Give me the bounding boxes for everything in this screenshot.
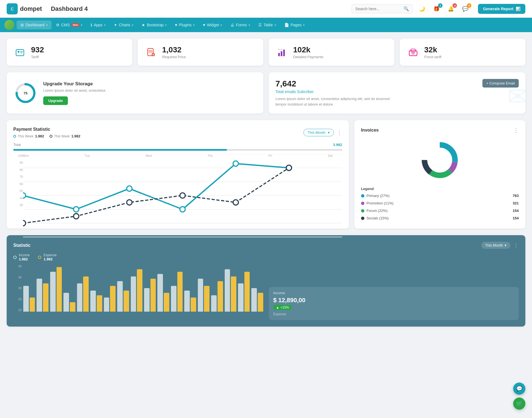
bell-icon-btn[interactable]: 🔔 12 (446, 4, 456, 14)
new-badge: New (71, 23, 80, 27)
svg-rect-11 (281, 51, 282, 56)
svg-point-34 (23, 220, 26, 226)
bar-group (144, 279, 156, 312)
invoices-legend: Legend Primary (27%) 763 Promotion (11%)… (361, 187, 519, 222)
upgrade-button[interactable]: Upgrade (43, 96, 68, 105)
bar-yellow (30, 298, 35, 312)
statistic-month-button[interactable]: This Month ▾ (481, 242, 510, 249)
bar-white (157, 274, 163, 312)
bar-yellow (258, 293, 263, 312)
income-badge: ▲ +15% (273, 305, 292, 310)
svg-point-28 (23, 193, 26, 198)
nav-item-widget[interactable]: ♥ Widget ▾ (199, 20, 226, 29)
generate-report-button[interactable]: Generate Report 📊 (478, 4, 525, 14)
legend1-label: This Week (18, 134, 33, 138)
line-chart-svg (23, 154, 342, 250)
svg-point-29 (73, 207, 79, 212)
invoices-more-icon[interactable]: ⋮ (513, 127, 519, 134)
month-select[interactable]: This Month ▾ (303, 129, 334, 136)
logo-text: dompet (20, 5, 42, 12)
nav-label-apps: Apps (94, 23, 103, 27)
force-tariff-value: 32k (424, 45, 441, 54)
nav-items: ⊞ Dashboard ▾ ⚙ CMS New ▾ ℹ Apps ▾ ✦ Cha… (17, 20, 308, 29)
bar-yellow (218, 281, 223, 312)
nav-label-table: Table (264, 23, 273, 27)
tariff-label: Tariff (31, 55, 44, 59)
expense-label-in-panel: Expense (273, 312, 514, 316)
pages-doc-icon: 📄 (284, 23, 289, 27)
bar-group (225, 269, 236, 312)
force-tariff-label: Force tariff (424, 55, 441, 59)
detailed-payments-value: 102k (293, 45, 323, 54)
income-badge-text: +15% (280, 306, 289, 309)
bars-container (23, 265, 263, 312)
moon-icon-btn[interactable]: 🌙 (417, 4, 427, 14)
required-price-value: 1,032 (162, 45, 186, 54)
bar-group (104, 286, 116, 312)
storage-progress: 75 (14, 82, 37, 104)
email-envelope-icon: ✉ (507, 82, 525, 111)
bar-group (77, 276, 89, 312)
nav-item-dashboard[interactable]: ⊞ Dashboard ▾ (17, 20, 52, 29)
stat-card-required-price: 1,032 Required Price (138, 39, 263, 66)
nav-label-bootstrap: Bootstrap (147, 23, 163, 27)
bootstrap-star-icon: ★ (142, 23, 145, 27)
nav-item-table[interactable]: ☰ Table ▾ (254, 20, 280, 29)
invoices-card: Invoices ⋮ Legend (354, 120, 525, 229)
y-axis-labels: 10090807060504030 (13, 154, 23, 207)
bar-group (171, 272, 183, 312)
main-content: 932 Tariff 1,032 Required Price (0, 32, 532, 333)
chart-more-icon[interactable]: ⋮ (337, 129, 342, 136)
primary-label: Primary (27%) (367, 194, 390, 198)
bar-white (225, 269, 230, 312)
bar-white (198, 279, 203, 312)
svg-rect-13 (278, 49, 280, 50)
user-avatar (4, 20, 14, 30)
forum-color (361, 209, 364, 212)
cms-chevron-icon: ▾ (81, 24, 82, 27)
income-legend-value: 1.982 (19, 257, 30, 261)
donut-chart (361, 138, 519, 182)
detailed-payments-icon (275, 46, 289, 59)
pages-chevron-icon: ▾ (303, 24, 305, 27)
nav-label-forms: Forms (236, 23, 247, 27)
socials-label: Socials (15%) (367, 216, 389, 220)
nav-item-apps[interactable]: ℹ Apps ▾ (87, 20, 109, 29)
nav-item-forms[interactable]: 🖨 Forms ▾ (226, 20, 254, 29)
statistic-more-icon[interactable]: ⋮ (513, 242, 519, 249)
bar-white (131, 276, 136, 312)
bar-white (50, 272, 56, 312)
chat-icon-btn[interactable]: 💬 5 (460, 4, 470, 14)
income-panel: Income $ 12,890,00 ▲ +15% Expense (269, 287, 519, 320)
bar-group (131, 269, 142, 312)
bar-chart-icon: 📊 (516, 7, 520, 11)
required-price-label: Required Price (162, 55, 186, 59)
navbar: ⊞ Dashboard ▾ ⚙ CMS New ▾ ℹ Apps ▾ ✦ Cha… (0, 18, 532, 32)
expense-legend-dot (38, 256, 41, 259)
gift-icon-btn[interactable]: 🎁 2 (431, 4, 441, 14)
nav-item-charts[interactable]: ✦ Charts ▾ (110, 20, 137, 29)
svg-point-38 (233, 200, 238, 205)
email-desc: Lorem ipsum dolor sit amet, consectetur … (275, 96, 396, 107)
stat-card-force-tariff: 32k Force tariff (400, 39, 525, 66)
search-input[interactable] (355, 7, 401, 11)
bar-group (37, 279, 48, 312)
svg-point-36 (127, 200, 132, 205)
bar-white (251, 288, 257, 312)
nav-item-bootstrap[interactable]: ★ Bootstrap ▾ (138, 20, 170, 29)
required-price-icon (144, 46, 158, 59)
nav-item-cms[interactable]: ⚙ CMS New ▾ (52, 20, 86, 29)
expense-legend-label: Expense (44, 253, 57, 257)
bar-white (23, 286, 29, 312)
payment-chart-title: Payment Statistic (13, 127, 80, 132)
legend1-value: 1.982 (35, 134, 44, 138)
nav-item-plugins[interactable]: ♥ Plugins ▾ (171, 20, 198, 29)
middle-row: 75 Upgrade Your Storage Lorem ipsum dolo… (7, 72, 525, 114)
gift-badge: 2 (438, 3, 443, 8)
legend-row-forum: Forum (22%) 154 (361, 207, 519, 214)
nav-item-pages[interactable]: 📄 Pages ▾ (280, 20, 309, 29)
svg-point-39 (286, 165, 291, 170)
svg-rect-12 (283, 50, 285, 56)
bar-white (211, 295, 217, 312)
search-bar[interactable]: 🔍 (352, 4, 413, 13)
